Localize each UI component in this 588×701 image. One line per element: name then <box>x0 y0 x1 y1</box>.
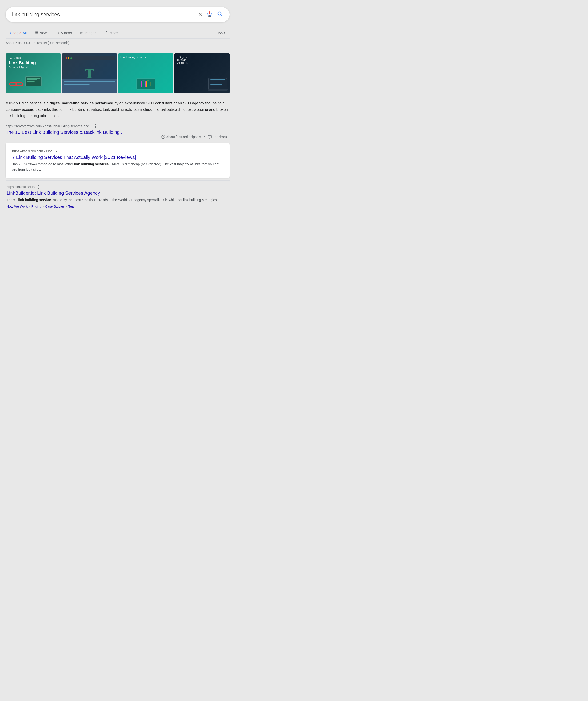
about-snippets-label: About featured snippets <box>166 135 201 139</box>
tab-more-label: More <box>110 31 118 35</box>
site-link-sep-1: · <box>29 205 30 208</box>
footer-dot-separator: • <box>204 135 205 139</box>
result-2-snippet-bold: link building service <box>18 198 51 202</box>
result-1-menu-dots[interactable]: ⋮ <box>54 149 58 154</box>
results-count: About 2,980,000,000 results (0.70 second… <box>6 41 229 45</box>
svg-line-4 <box>221 15 222 16</box>
site-link-sep-3: · <box>66 205 67 208</box>
image-block-4[interactable]: e Organic Through Digital PR <box>174 53 229 93</box>
image-block-1[interactable]: noTop 10 Best Link Building Services & A… <box>6 53 61 93</box>
result-1-snippet-before: — Compared to most other <box>32 162 74 166</box>
tab-videos[interactable]: ▷ Videos <box>53 28 76 38</box>
feedback-link[interactable]: Feedback <box>208 135 227 139</box>
news-icon: ☰ <box>35 31 38 35</box>
site-link-sep-2: · <box>43 205 44 208</box>
search-button-icon[interactable] <box>217 11 223 18</box>
tab-more[interactable]: ⋮ More <box>101 28 122 38</box>
featured-source-url: https://seoforgrowth.com › best-link-bui… <box>6 124 229 129</box>
image-block-4-text: e Organic Through Digital PR <box>177 56 188 64</box>
svg-rect-5 <box>142 81 145 87</box>
featured-snippet-text: A link building service is a digital mar… <box>6 100 229 119</box>
image-block-1-text: noTop 10 Best Link Building Services & A… <box>9 57 36 69</box>
tab-all-label: All <box>23 31 27 35</box>
search-bar: ✕ <box>6 7 229 22</box>
image-block-1-deco <box>6 76 61 89</box>
result-card-1: https://backlinko.com › Blog ⋮ 7 Link Bu… <box>6 143 229 178</box>
image-block-3-text: Link Building Services <box>121 56 146 58</box>
site-link-pricing[interactable]: Pricing <box>31 205 41 208</box>
svg-rect-9 <box>208 136 211 138</box>
tab-images[interactable]: ⊞ Images <box>76 28 101 38</box>
result-1-snippet-bold: link building services <box>74 162 109 166</box>
google-icon: Google <box>10 31 21 35</box>
image-strip: noTop 10 Best Link Building Services & A… <box>6 53 229 93</box>
image-block-2[interactable]: T <box>62 53 117 93</box>
images-icon: ⊞ <box>80 31 83 35</box>
image-block-3[interactable]: Link Building Services <box>118 53 173 93</box>
result-2-menu-dots[interactable]: ⋮ <box>36 184 41 190</box>
svg-text:?: ? <box>163 136 164 138</box>
more-icon: ⋮ <box>105 31 108 35</box>
featured-text-before: A link building service is a <box>6 101 50 105</box>
result-1-url: https://backlinko.com › Blog ⋮ <box>12 149 223 154</box>
search-input[interactable] <box>12 12 198 18</box>
result-1-date: Jan 23, 2020 <box>12 162 32 166</box>
search-tabs: Google All ☰ News ▷ Videos ⊞ Images ⋮ Mo… <box>6 28 229 39</box>
site-link-case-studies[interactable]: Case Studies <box>45 205 65 208</box>
result-2-snippet: The #1 link building service trusted by … <box>7 197 229 203</box>
about-snippets-link[interactable]: ? About featured snippets <box>161 135 201 139</box>
site-link-how-we-work[interactable]: How We Work <box>7 205 27 208</box>
clear-icon[interactable]: ✕ <box>198 12 202 18</box>
tab-videos-label: Videos <box>61 31 72 35</box>
tab-news-label: News <box>39 31 48 35</box>
search-icons: ✕ <box>198 11 223 18</box>
snippet-footer: ? About featured snippets • Feedback <box>6 135 229 139</box>
result-2-snippet-after: trusted by the most ambitious brands in … <box>51 198 218 202</box>
tab-news[interactable]: ☰ News <box>31 28 53 38</box>
site-link-team[interactable]: Team <box>68 205 76 208</box>
tools-button[interactable]: Tools <box>213 28 229 38</box>
featured-text-bold: digital marketing service performed <box>50 101 114 105</box>
tab-all[interactable]: Google All <box>6 28 31 38</box>
result-2-url-text: https://linkbuilder.io <box>7 185 35 189</box>
featured-url-text: https://seoforgrowth.com › best-link-bui… <box>6 124 92 128</box>
result-2-site-links: How We Work · Pricing · Case Studies · T… <box>7 205 229 208</box>
result-2-title[interactable]: LinkBuilder.io: Link Building Services A… <box>7 191 100 196</box>
featured-menu-dots[interactable]: ⋮ <box>93 124 98 129</box>
tab-images-label: Images <box>85 31 96 35</box>
result-2-snippet-before: The #1 <box>7 198 18 202</box>
result-1-url-text: https://backlinko.com › Blog <box>12 149 52 153</box>
mic-icon[interactable] <box>206 11 213 18</box>
result-1-snippet: Jan 23, 2020— Compared to most other lin… <box>12 162 223 172</box>
result-1-title[interactable]: 7 Link Building Services That Actually W… <box>12 155 136 160</box>
result-2-url: https://linkbuilder.io ⋮ <box>7 184 229 190</box>
result-2: https://linkbuilder.io ⋮ LinkBuilder.io:… <box>6 180 229 212</box>
videos-icon: ▷ <box>57 31 60 35</box>
featured-result-title[interactable]: The 10 Best Link Building Services & Bac… <box>6 130 125 135</box>
svg-rect-0 <box>209 11 210 14</box>
feedback-label: Feedback <box>213 135 227 139</box>
svg-rect-6 <box>146 81 150 87</box>
